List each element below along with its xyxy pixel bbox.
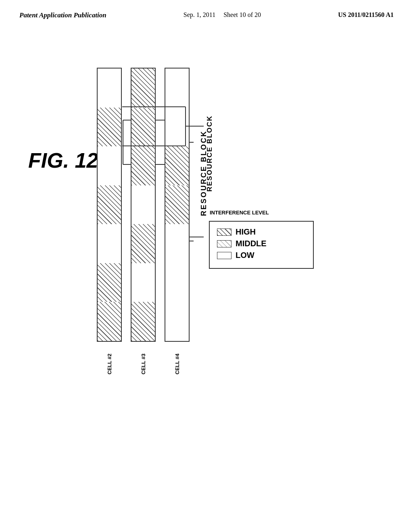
cell-columns <box>97 68 190 342</box>
block-c2-4 <box>98 185 121 224</box>
block-c3-2 <box>131 108 155 147</box>
header-center: Sep. 1, 2011 Sheet 10 of 20 <box>184 11 261 19</box>
block-c3-5 <box>131 224 155 263</box>
block-c3-3 <box>131 146 155 185</box>
legend-swatch-high <box>217 229 232 236</box>
figure-label: FIG. 12 <box>28 148 98 172</box>
legend-label-middle: MIDDLE <box>236 239 267 248</box>
figure-diagram: CELL #2 CELL #3 CELL #4 RESOURCE BLOCK R… <box>97 68 331 398</box>
cell4-label: CELL #4 <box>165 346 190 382</box>
legend-item-low: LOW <box>217 251 306 260</box>
block-c2-2 <box>98 108 121 147</box>
block-c4-2 <box>165 108 189 147</box>
block-c3-6 <box>131 263 155 302</box>
legend-item-high: HIGH <box>217 227 306 237</box>
column-labels: CELL #2 CELL #3 CELL #4 <box>97 346 190 382</box>
publication-type: Patent Application Publication <box>19 11 106 19</box>
page-content: FIG. 12 <box>0 19 413 519</box>
block-c2-7 <box>98 302 121 341</box>
block-c4-1 <box>165 69 189 108</box>
cell3-label: CELL #3 <box>131 346 156 382</box>
block-c2-6 <box>98 263 121 302</box>
legend-swatch-middle <box>217 240 232 247</box>
legend-label-high: HIGH <box>236 227 256 237</box>
block-c4-7 <box>165 302 189 341</box>
block-c2-3 <box>98 146 121 185</box>
cell2-label: CELL #2 <box>97 346 122 382</box>
cell-2-column <box>97 68 122 342</box>
cell-4-column <box>165 68 190 342</box>
patent-number: US 2011/0211560 A1 <box>338 11 394 19</box>
legend-swatch-low <box>217 252 232 259</box>
page-header: Patent Application Publication Sep. 1, 2… <box>0 0 413 19</box>
block-c2-5 <box>98 224 121 263</box>
resource-block-text: RESOURCE BLOCK <box>206 115 214 192</box>
sheet-info: Sheet 10 of 20 <box>223 11 261 18</box>
legend-item-middle: MIDDLE <box>217 239 306 248</box>
legend-box: INTERFERENCE LEVEL HIGH MIDDLE LOW <box>209 221 314 269</box>
interference-level-label: INTERFERENCE LEVEL <box>210 210 269 216</box>
block-c4-5 <box>165 224 189 263</box>
cell-3-column <box>131 68 156 342</box>
publication-date: Sep. 1, 2011 <box>184 11 215 18</box>
block-c2-1 <box>98 69 121 108</box>
legend-label-low: LOW <box>236 251 254 260</box>
block-c4-4 <box>165 185 189 224</box>
block-c4-3 <box>165 146 189 185</box>
block-c3-4 <box>131 185 155 224</box>
block-c4-6 <box>165 263 189 302</box>
block-c3-1 <box>131 69 155 108</box>
block-c3-7 <box>131 302 155 341</box>
